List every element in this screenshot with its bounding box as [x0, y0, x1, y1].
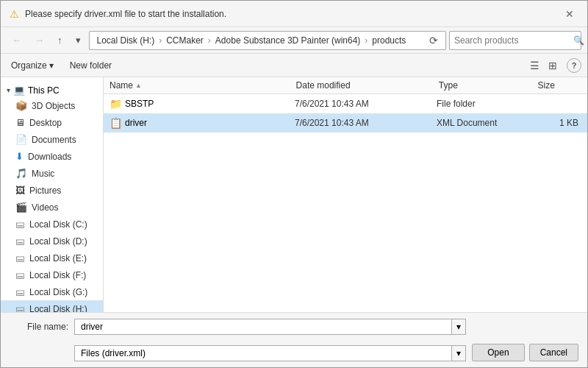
sidebar-item-pictures[interactable]: 🖼 Pictures — [1, 182, 103, 199]
desktop-icon: 🖥 — [15, 117, 25, 128]
sidebar-item-disk-h[interactable]: 🖴 Local Disk (H:) — [1, 300, 103, 312]
sort-arrow-name: ▲ — [135, 82, 142, 89]
column-header-type[interactable]: Type — [433, 77, 532, 93]
title-bar-left: ⚠ Please specify driver.xml file to star… — [10, 8, 226, 20]
back-button[interactable]: ← — [7, 32, 26, 49]
sidebar-item-3dobjects[interactable]: 📦 3D Objects — [1, 97, 103, 114]
dialog-icon: ⚠ — [10, 8, 19, 20]
file-date-driver: 7/6/2021 10:43 AM — [289, 116, 431, 130]
breadcrumb: Local Disk (H:) › CCMaker › Adobe Substa… — [94, 35, 424, 46]
filetype-select[interactable]: Files (driver.xml) — [74, 345, 452, 361]
sidebar-item-disk-d[interactable]: 🖴 Local Disk (D:) — [1, 233, 103, 250]
file-list-header: Name ▲ Date modified Type Size — [104, 77, 587, 94]
dialog-title: Please specify driver.xml file to start … — [25, 9, 226, 19]
file-list: Name ▲ Date modified Type Size 📁 — [104, 77, 587, 312]
disk-c-icon: 🖴 — [15, 219, 25, 230]
navigation-bar: ← → ↑ ▾ Local Disk (H:) › CCMaker › Adob… — [1, 27, 587, 54]
disk-f-icon: 🖴 — [15, 269, 25, 280]
address-bar[interactable]: Local Disk (H:) › CCMaker › Adobe Substa… — [89, 31, 447, 50]
file-type-sbstp: File folder — [431, 97, 529, 110]
large-icons-button[interactable]: ⊞ — [545, 57, 561, 74]
column-header-date[interactable]: Date modified — [290, 77, 433, 93]
disk-e-icon: 🖴 — [15, 252, 25, 263]
disk-g-icon: 🖴 — [15, 286, 25, 297]
sidebar: ▾ 💻 This PC 📦 3D Objects 🖥 Desktop 📄 Doc… — [1, 77, 104, 312]
sidebar-this-pc-section[interactable]: ▾ 💻 This PC — [1, 80, 103, 97]
sidebar-item-videos[interactable]: 🎬 Videos — [1, 199, 103, 216]
filename-label: File name: — [10, 322, 68, 332]
xml-file-icon: 📋 — [110, 117, 122, 129]
action-buttons: Open Cancel — [472, 344, 578, 361]
expand-icon: ▾ — [7, 86, 10, 94]
recent-locations-button[interactable]: ▾ — [71, 32, 86, 49]
file-size-driver: 1 KB — [529, 116, 587, 130]
search-icon: 🔍 — [569, 35, 588, 46]
sidebar-item-disk-c[interactable]: 🖴 Local Disk (C:) — [1, 216, 103, 233]
file-size-sbstp — [529, 102, 587, 105]
help-button[interactable]: ? — [567, 58, 581, 73]
new-folder-button[interactable]: New folder — [64, 58, 118, 73]
forward-button[interactable]: → — [29, 32, 49, 49]
search-input[interactable] — [450, 35, 569, 46]
bottom-controls: File name: ▾ Files (driver.xml) ▾ — [10, 319, 578, 361]
filename-row: File name: ▾ — [10, 319, 466, 335]
sidebar-item-disk-f[interactable]: 🖴 Local Disk (F:) — [1, 266, 103, 283]
sidebar-item-disk-g[interactable]: 🖴 Local Disk (G:) — [1, 283, 103, 300]
table-row[interactable]: 📋 driver 7/6/2021 10:43 AM XML Document … — [104, 113, 587, 132]
details-view-button[interactable]: ☰ — [526, 57, 543, 74]
filetype-dropdown-button[interactable]: ▾ — [452, 345, 466, 361]
column-header-size[interactable]: Size — [532, 77, 587, 93]
music-icon: 🎵 — [15, 168, 27, 179]
organize-dropdown-icon: ▾ — [49, 60, 54, 71]
videos-icon: 🎬 — [15, 202, 27, 213]
open-button[interactable]: Open — [472, 344, 524, 361]
file-type-driver: XML Document — [431, 116, 529, 130]
breadcrumb-localdisk[interactable]: Local Disk (H:) — [94, 35, 158, 46]
sidebar-item-desktop[interactable]: 🖥 Desktop — [1, 114, 103, 131]
table-row[interactable]: 📁 SBSTP 7/6/2021 10:43 AM File folder — [104, 94, 587, 113]
breadcrumb-ccmaker[interactable]: CCMaker — [163, 35, 207, 46]
search-box[interactable]: 🔍 — [449, 31, 581, 50]
sidebar-item-downloads[interactable]: ⬇ Downloads — [1, 148, 103, 165]
main-content: ▾ 💻 This PC 📦 3D Objects 🖥 Desktop 📄 Doc… — [1, 77, 587, 312]
computer-icon: 💻 — [13, 85, 25, 96]
filename-input[interactable] — [74, 319, 452, 335]
breadcrumb-substance[interactable]: Adobe Substance 3D Painter (win64) — [212, 35, 363, 46]
up-button[interactable]: ↑ — [52, 32, 68, 49]
file-open-dialog: ⚠ Please specify driver.xml file to star… — [0, 0, 588, 368]
downloads-icon: ⬇ — [15, 151, 24, 162]
filetype-row: Files (driver.xml) ▾ — [10, 345, 466, 361]
3dobjects-icon: 📦 — [15, 100, 27, 111]
filename-input-wrap: ▾ — [74, 319, 466, 335]
bottom-bar: File name: ▾ Files (driver.xml) ▾ — [1, 312, 587, 367]
view-buttons: ☰ ⊞ — [526, 57, 561, 74]
pictures-icon: 🖼 — [15, 185, 25, 196]
column-header-name[interactable]: Name ▲ — [104, 77, 290, 93]
file-date-sbstp: 7/6/2021 10:43 AM — [289, 97, 431, 110]
title-bar: ⚠ Please specify driver.xml file to star… — [1, 1, 587, 27]
disk-d-icon: 🖴 — [15, 236, 25, 247]
file-name-driver: 📋 driver — [104, 116, 289, 130]
sidebar-item-music[interactable]: 🎵 Music — [1, 165, 103, 182]
organize-button[interactable]: Organize ▾ — [7, 58, 58, 73]
sidebar-thispc-label: This PC — [28, 85, 60, 96]
refresh-button[interactable]: ⟳ — [426, 33, 441, 48]
sidebar-item-disk-e[interactable]: 🖴 Local Disk (E:) — [1, 250, 103, 266]
filename-dropdown-button[interactable]: ▾ — [452, 319, 466, 335]
folder-icon: 📁 — [110, 98, 122, 110]
documents-icon: 📄 — [15, 134, 27, 145]
file-name-sbstp: 📁 SBSTP — [104, 96, 289, 111]
second-toolbar: Organize ▾ New folder ☰ ⊞ ? — [1, 54, 587, 77]
filetype-select-wrap: Files (driver.xml) ▾ — [74, 345, 466, 361]
cancel-button[interactable]: Cancel — [529, 344, 578, 361]
breadcrumb-products[interactable]: products — [369, 35, 409, 46]
organize-label: Organize — [11, 60, 47, 71]
sidebar-item-documents[interactable]: 📄 Documents — [1, 131, 103, 148]
disk-h-icon: 🖴 — [15, 303, 25, 312]
file-rows: 📁 SBSTP 7/6/2021 10:43 AM File folder 📋 … — [104, 94, 587, 312]
close-button[interactable]: ✕ — [561, 7, 578, 21]
